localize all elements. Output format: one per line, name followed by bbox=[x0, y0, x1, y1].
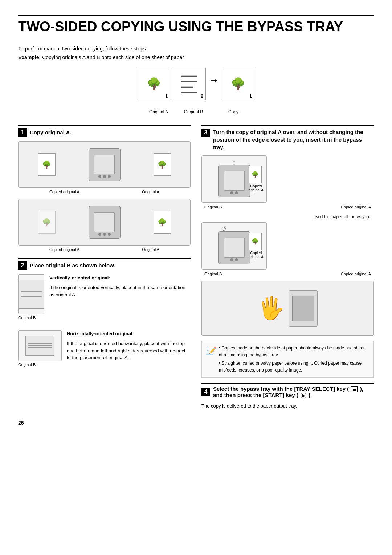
step2-vertical-doc bbox=[19, 280, 44, 309]
step2-horizontal-illus bbox=[18, 330, 62, 361]
step1-illus1: 🌳 🌳 bbox=[18, 141, 191, 188]
s3b-btn-2 bbox=[235, 258, 238, 261]
step3-illus1-right: Copied original A bbox=[341, 205, 371, 209]
step2-horizontal-illus-wrap: Original B bbox=[18, 330, 62, 371]
step1-printer-2 bbox=[89, 206, 121, 239]
step2-horizontal-label: Original B bbox=[18, 362, 62, 367]
step3-copier-2: ↺ 🌳 Copiedoriginal A bbox=[201, 222, 267, 270]
bypass-slot bbox=[292, 296, 314, 321]
s3b-btn-1 bbox=[230, 258, 233, 261]
step2-num: 2 bbox=[18, 261, 27, 270]
step3-paper-tree-1: 🌳 bbox=[249, 166, 262, 183]
step3-printer-btn-2 bbox=[230, 258, 238, 261]
step3-title-text: Turn the copy of original A over, and wi… bbox=[213, 128, 374, 151]
step3-printer-1 bbox=[218, 165, 250, 197]
original-a-image: 🌳 1 bbox=[138, 68, 170, 100]
step1-illus2-original: 🌳 bbox=[154, 211, 171, 234]
note-box: 📝 • Copies made on the back side of pape… bbox=[201, 341, 374, 378]
copy-image: 🌳 1 bbox=[222, 68, 254, 100]
step2-title: Place original B as shown below. bbox=[30, 262, 115, 268]
lines-icon-b: ▬▬▬▬▬▬▬▬▬▬▬▬▬▬▬ bbox=[181, 73, 197, 95]
step1-title: Copy original A. bbox=[30, 129, 71, 135]
step3-side-paper-2: 🌳 Copiedoriginal A bbox=[249, 233, 264, 259]
step3-illus2-left: Original B bbox=[204, 272, 222, 276]
hline1 bbox=[28, 343, 52, 344]
main-content: 1 Copy original A. 🌳 🌳 Copied original A bbox=[18, 125, 374, 413]
step3-illus2-labels: Original B Copied original A bbox=[201, 272, 374, 276]
step1-original-paper: 🌳 bbox=[154, 153, 171, 176]
original-b-image: ▬▬▬▬▬▬▬▬▬▬▬▬▬▬▬ 2 bbox=[173, 68, 206, 100]
step4-footer: The copy is delivered to the paper outpu… bbox=[201, 402, 374, 410]
step2-vertical-text: Vertically-oriented original: If the ori… bbox=[49, 274, 191, 301]
step3-header: 3 Turn the copy of original A over, and … bbox=[201, 125, 374, 151]
line4 bbox=[21, 296, 42, 297]
right-column: 3 Turn the copy of original A over, and … bbox=[201, 125, 374, 413]
btn-dot-1 bbox=[98, 175, 101, 178]
step3-copier-1: ↕ 🌳 Copiedoriginal A bbox=[201, 155, 267, 203]
step1-original-wrap: 🌳 bbox=[154, 153, 171, 176]
btn2-dot-2 bbox=[103, 233, 106, 236]
printer-btn-1 bbox=[98, 175, 111, 178]
step3-num: 3 bbox=[201, 129, 210, 137]
step4-num: 4 bbox=[201, 388, 210, 396]
step1-illus2-labels: Copied original A Original A bbox=[18, 247, 191, 252]
btn2-dot-3 bbox=[108, 233, 111, 236]
example-label: Example: bbox=[18, 54, 41, 60]
step3-illus1-labels: Original B Copied original A bbox=[201, 205, 374, 209]
label-copy: Copy bbox=[217, 109, 250, 114]
diagram-original-b: ▬▬▬▬▬▬▬▬▬▬▬▬▬▬▬ 2 bbox=[173, 68, 206, 100]
note-bullet-2: • Straighten curled or wavy paper before… bbox=[219, 360, 369, 374]
step2-horizontal-section: Original B Horizontally-oriented origina… bbox=[18, 330, 191, 371]
step2-horizontal-text: Horizontally-oriented original: If the o… bbox=[67, 330, 191, 364]
s3-btn-2 bbox=[235, 191, 238, 194]
step3-insert-note: Insert the paper all the way in. bbox=[201, 214, 374, 219]
step2-horiz-desc: If the original is oriented horizontally… bbox=[67, 340, 191, 361]
btn-dot-3 bbox=[108, 175, 111, 178]
original-a-num: 1 bbox=[165, 94, 168, 99]
step4-section: 4 Select the bypass tray with the [TRAY … bbox=[201, 383, 374, 410]
step4-header: 4 Select the bypass tray with the [TRAY … bbox=[201, 383, 374, 398]
note-content: • Copies made on the back side of paper … bbox=[219, 345, 369, 374]
printer-btn-2 bbox=[98, 233, 111, 236]
step2-vertical-desc: If the original is oriented vertically, … bbox=[49, 284, 191, 298]
step1-printer-1 bbox=[89, 148, 121, 181]
page-number: 26 bbox=[18, 420, 374, 426]
step2-vertical-label: Original B bbox=[18, 316, 44, 320]
step3-illus2-wrap: ↺ 🌳 Copiedoriginal A bbox=[201, 222, 374, 270]
horiz-lines bbox=[26, 341, 54, 349]
diagram-original-a: 🌳 1 bbox=[138, 68, 170, 100]
step1-illus2-right-label: Original A bbox=[142, 247, 159, 252]
btn-dot-2 bbox=[103, 175, 106, 178]
step3-paper-tree-2: 🌳 bbox=[249, 233, 262, 250]
page-title: TWO-SIDED COPYING USING THE BYPASS TRAY bbox=[18, 19, 374, 35]
intro-text: To perform manual two-sided copying, fol… bbox=[18, 46, 374, 52]
copy-num: 1 bbox=[249, 94, 252, 99]
hline2 bbox=[28, 345, 52, 346]
step1-illus1-right-label: Original A bbox=[142, 190, 159, 194]
step3-printer-2 bbox=[218, 231, 250, 264]
step1-illus1-labels: Copied original A Original A bbox=[18, 190, 191, 194]
step3-illus2-right: Copied original A bbox=[341, 272, 371, 276]
step1-illus2-copied: 🌳 bbox=[38, 211, 56, 234]
example-text: Example: Copying originals A and B onto … bbox=[18, 54, 374, 60]
step1-header: 1 Copy original A. bbox=[18, 125, 191, 137]
step3-printer-btn-1 bbox=[230, 191, 238, 194]
step2-vertical-illus bbox=[18, 274, 44, 314]
hand-feeding-illus: 🖐 bbox=[201, 281, 374, 336]
step3-paper-label-right2: Copiedoriginal A bbox=[249, 251, 264, 259]
diagram-arrow: → bbox=[209, 74, 219, 86]
top-diagram: 🌳 1 ▬▬▬▬▬▬▬▬▬▬▬▬▬▬▬ 2 → 🌳 1 bbox=[18, 68, 374, 100]
step4-title: Select the bypass tray with the [TRAY SE… bbox=[213, 386, 374, 398]
label-original-b: Original B bbox=[176, 109, 211, 114]
bypass-tray-illus bbox=[289, 290, 318, 327]
tree-icon-copy: 🌳 bbox=[231, 77, 245, 91]
step1-copied-paper: 🌳 bbox=[38, 153, 56, 176]
tray-select-icon: ☰ bbox=[351, 386, 358, 392]
step3-illus1-left: Original B bbox=[204, 205, 222, 209]
s3-btn-1 bbox=[230, 191, 233, 194]
example-body: Copying originals A and B onto each side… bbox=[42, 54, 184, 60]
step1-illus1-left-label: Copied original A bbox=[49, 190, 79, 194]
hline3 bbox=[28, 347, 52, 348]
left-column: 1 Copy original A. 🌳 🌳 Copied original A bbox=[18, 125, 191, 413]
line3 bbox=[21, 295, 42, 295]
